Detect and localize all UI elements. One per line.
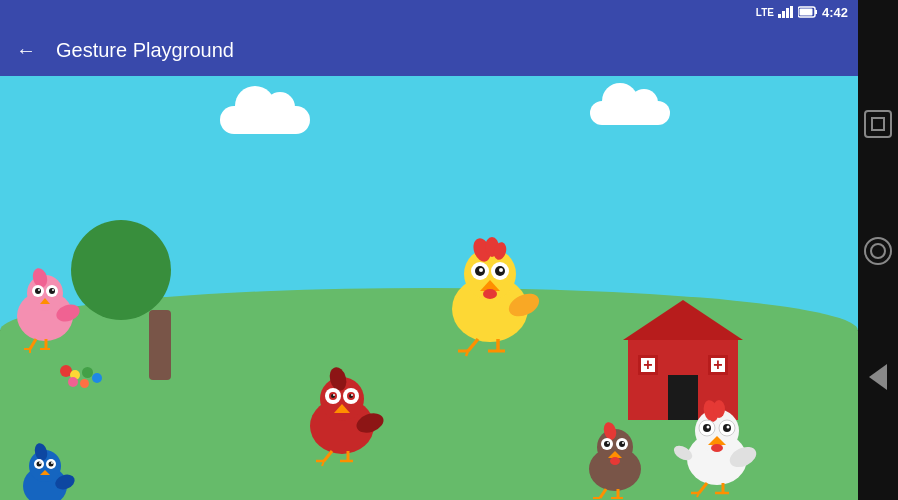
svg-line-54 (324, 451, 332, 461)
tree-trunk (149, 310, 171, 380)
back-button[interactable]: ← (16, 39, 36, 62)
brown-hen-svg (580, 421, 650, 500)
svg-point-29 (39, 462, 41, 464)
svg-point-90 (610, 457, 620, 465)
circle-button[interactable] (864, 237, 892, 265)
svg-point-14 (49, 288, 55, 294)
cloud-1 (220, 106, 310, 134)
svg-line-18 (30, 339, 36, 349)
svg-rect-5 (815, 10, 817, 14)
blue-bird[interactable] (15, 444, 75, 500)
red-bird-svg (300, 371, 385, 466)
cloud-2 (590, 101, 670, 125)
svg-point-70 (499, 268, 503, 272)
svg-rect-3 (790, 6, 793, 18)
svg-point-72 (483, 289, 497, 299)
svg-point-12 (38, 289, 40, 291)
back-triangle-button[interactable] (869, 364, 887, 390)
svg-point-88 (622, 442, 624, 444)
patch-orange (80, 379, 89, 388)
svg-point-87 (619, 441, 625, 447)
battery-icon (798, 6, 818, 18)
svg-point-67 (479, 268, 483, 272)
pink-bird-svg (10, 271, 80, 351)
svg-point-51 (351, 394, 353, 396)
red-bird[interactable] (300, 371, 385, 470)
barn-window-right (708, 355, 728, 375)
lte-indicator: LTE (756, 7, 774, 18)
svg-point-105 (727, 426, 730, 429)
barn-roof (623, 300, 743, 340)
svg-point-99 (713, 400, 725, 418)
tree (110, 210, 210, 380)
svg-point-117 (871, 244, 885, 258)
signal-icon (778, 6, 794, 18)
status-bar-right: LTE 4:42 (756, 5, 848, 20)
barn-window-left (638, 355, 658, 375)
tree-top (71, 220, 171, 320)
app-title: Gesture Playground (56, 39, 234, 62)
status-bar: LTE 4:42 (0, 0, 858, 24)
svg-point-47 (333, 394, 335, 396)
white-rooster[interactable] (675, 401, 760, 500)
circle-icon (869, 242, 887, 260)
square-button[interactable] (864, 110, 892, 138)
svg-point-15 (52, 289, 54, 291)
app-bar: ← Gesture Playground (0, 24, 858, 76)
blue-bird-svg (15, 444, 75, 500)
svg-rect-116 (872, 118, 884, 130)
white-rooster-svg (675, 401, 760, 496)
svg-point-84 (604, 441, 610, 447)
game-scene[interactable] (0, 76, 858, 500)
svg-rect-2 (786, 8, 789, 18)
svg-line-74 (468, 339, 478, 351)
time-display: 4:42 (822, 5, 848, 20)
yellow-rooster[interactable] (440, 241, 545, 360)
brown-hen[interactable] (580, 421, 650, 500)
svg-line-110 (699, 483, 707, 493)
square-icon (871, 117, 885, 131)
phone-screen: LTE 4:42 ← Gesture Playground (0, 0, 858, 500)
svg-rect-1 (782, 11, 785, 18)
svg-point-107 (711, 444, 723, 452)
svg-point-31 (49, 462, 54, 467)
svg-line-91 (600, 489, 606, 498)
svg-point-28 (37, 462, 42, 467)
patch-pink (68, 377, 78, 387)
yellow-rooster-svg (440, 241, 545, 356)
svg-rect-0 (778, 14, 781, 18)
svg-point-32 (51, 462, 53, 464)
svg-point-85 (607, 442, 609, 444)
color-patches (60, 365, 115, 390)
pink-bird[interactable] (10, 271, 80, 355)
svg-point-102 (707, 426, 710, 429)
svg-rect-6 (799, 9, 812, 16)
patch-blue (92, 373, 102, 383)
side-nav (858, 0, 898, 500)
svg-point-11 (35, 288, 41, 294)
